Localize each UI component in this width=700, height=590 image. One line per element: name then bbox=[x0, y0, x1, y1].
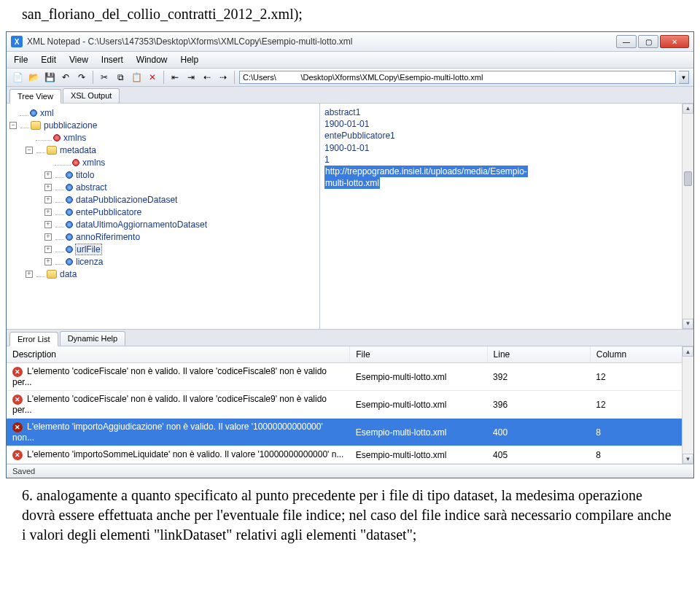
tree-node-dataagg[interactable]: + dataUltimoAggiornamentoDataset bbox=[9, 218, 316, 230]
scroll-down-icon[interactable]: ▼ bbox=[682, 454, 693, 464]
tree-node-xml[interactable]: xml bbox=[9, 106, 316, 119]
folder-icon bbox=[31, 121, 41, 130]
col-column[interactable]: Column bbox=[590, 346, 693, 363]
expand-icon[interactable]: + bbox=[44, 184, 52, 191]
menu-file[interactable]: File bbox=[14, 55, 28, 65]
expand-icon[interactable]: + bbox=[44, 233, 52, 241]
toolbar-sep bbox=[234, 71, 235, 84]
error-icon: ✕ bbox=[12, 450, 23, 460]
col-file[interactable]: File bbox=[350, 346, 487, 363]
path-input[interactable] bbox=[239, 71, 676, 84]
undo-icon[interactable]: ↶ bbox=[59, 71, 72, 84]
tree-node-annorif[interactable]: + annoRiferimento bbox=[9, 230, 316, 243]
tree-panel[interactable]: xml − pubblicazione xmlns − metadata bbox=[7, 104, 320, 329]
doc-top-text: san_floriano_del_collio_contratti_2012_2… bbox=[0, 0, 700, 31]
value-text: entePubblicatore1 bbox=[324, 130, 689, 141]
folder-icon bbox=[47, 270, 57, 279]
tab-xsl-output[interactable]: XSL Output bbox=[63, 88, 120, 103]
tree-node-abstract[interactable]: + abstract bbox=[9, 181, 316, 193]
indent-icon[interactable]: ⇢ bbox=[217, 71, 230, 84]
value-text-selected: http://treppogrande.insiel.it/uploads/me… bbox=[324, 166, 689, 177]
delete-icon[interactable]: ✕ bbox=[146, 71, 159, 84]
minimize-button[interactable]: — bbox=[616, 35, 637, 48]
toolbar: 📄 📂 💾 ↶ ↷ ✂ ⧉ 📋 ✕ ⇤ ⇥ ⇠ ⇢ ▼ bbox=[7, 69, 693, 87]
error-row-selected[interactable]: ✕L'elemento 'importoAggiudicazione' non … bbox=[7, 419, 693, 446]
tree-area: xml − pubblicazione xmlns − metadata bbox=[7, 104, 693, 330]
menu-edit[interactable]: Edit bbox=[41, 55, 56, 65]
scroll-up-icon[interactable]: ▲ bbox=[682, 104, 693, 114]
expand-icon[interactable]: + bbox=[44, 221, 52, 228]
menu-help[interactable]: Help bbox=[181, 55, 199, 65]
path-dropdown[interactable]: ▼ bbox=[679, 71, 689, 84]
error-icon: ✕ bbox=[12, 422, 23, 432]
scrollbar-vertical[interactable]: ▲ ▼ bbox=[682, 104, 693, 329]
maximize-button[interactable]: ▢ bbox=[638, 35, 658, 48]
value-panel[interactable]: abstract1 1900-01-01 entePubblicatore1 1… bbox=[320, 104, 693, 329]
error-table: Description File Line Column ✕L'elemento… bbox=[7, 346, 693, 464]
element-icon bbox=[66, 258, 73, 265]
menu-window[interactable]: Window bbox=[136, 55, 168, 65]
redo-icon[interactable]: ↷ bbox=[75, 71, 88, 84]
tab-dynamic-help[interactable]: Dynamic Help bbox=[60, 331, 125, 346]
tab-error-list[interactable]: Error List bbox=[9, 332, 58, 346]
app-icon: X bbox=[11, 36, 23, 47]
toolbar-sep bbox=[93, 71, 93, 84]
tree-node-datapub[interactable]: + dataPubblicazioneDataset bbox=[9, 193, 316, 206]
tree-node-pubblicazione[interactable]: − pubblicazione bbox=[9, 119, 316, 131]
move-left-icon[interactable]: ⇤ bbox=[168, 71, 182, 84]
folder-icon bbox=[47, 146, 57, 155]
tree-node-metadata[interactable]: − metadata bbox=[9, 144, 316, 156]
scroll-up-icon[interactable]: ▲ bbox=[682, 346, 693, 357]
value-text-selected: multi-lotto.xml bbox=[324, 177, 689, 189]
bottom-tabs: Error List Dynamic Help bbox=[7, 330, 693, 346]
scroll-thumb[interactable] bbox=[684, 171, 692, 186]
new-file-icon[interactable]: 📄 bbox=[11, 71, 24, 84]
col-line[interactable]: Line bbox=[487, 346, 590, 363]
expand-icon[interactable]: + bbox=[44, 196, 52, 203]
element-icon bbox=[66, 171, 73, 179]
element-icon bbox=[66, 196, 73, 203]
cut-icon[interactable]: ✂ bbox=[98, 71, 111, 84]
scroll-down-icon[interactable]: ▼ bbox=[682, 319, 693, 329]
save-icon[interactable]: 💾 bbox=[43, 71, 56, 84]
expand-icon[interactable]: + bbox=[44, 258, 52, 265]
expand-icon[interactable]: + bbox=[44, 246, 52, 253]
expand-icon[interactable]: + bbox=[44, 171, 52, 179]
tree-node-xmlns2[interactable]: xmlns bbox=[9, 156, 316, 168]
expand-icon[interactable]: + bbox=[26, 271, 33, 278]
outdent-icon[interactable]: ⇠ bbox=[201, 71, 214, 84]
element-icon bbox=[66, 233, 73, 241]
value-text: abstract1 bbox=[324, 106, 689, 118]
col-description[interactable]: Description bbox=[7, 346, 350, 363]
collapse-icon[interactable]: − bbox=[9, 122, 17, 129]
open-file-icon[interactable]: 📂 bbox=[27, 71, 40, 84]
value-text: 1900-01-01 bbox=[324, 118, 689, 130]
toolbar-sep bbox=[163, 71, 164, 84]
tree-node-titolo[interactable]: + titolo bbox=[9, 168, 316, 181]
menu-insert[interactable]: Insert bbox=[101, 55, 123, 65]
paste-icon[interactable]: 📋 bbox=[130, 71, 143, 84]
titlebar: X XML Notepad - C:\Users\147353\Desktop\… bbox=[7, 32, 693, 52]
doc-bottom-text: 6. analogamente a quanto specificato al … bbox=[0, 478, 700, 552]
tree-node-urlfile[interactable]: + urlFile bbox=[9, 243, 316, 255]
element-icon bbox=[66, 221, 73, 228]
tree-node-data[interactable]: + data bbox=[9, 268, 316, 280]
attribute-icon bbox=[72, 159, 79, 166]
error-row[interactable]: ✕L'elemento 'codiceFiscale' non è valido… bbox=[7, 391, 693, 419]
menu-view[interactable]: View bbox=[69, 55, 88, 65]
tree-node-licenza[interactable]: + licenza bbox=[9, 255, 316, 268]
element-icon bbox=[66, 246, 73, 253]
collapse-icon[interactable]: − bbox=[26, 147, 33, 154]
error-row[interactable]: ✕L'elemento 'importoSommeLiquidate' non … bbox=[7, 446, 693, 464]
move-right-icon[interactable]: ⇥ bbox=[184, 71, 198, 84]
error-scrollbar[interactable]: ▲ ▼ bbox=[682, 346, 693, 464]
element-icon bbox=[30, 109, 37, 117]
copy-icon[interactable]: ⧉ bbox=[114, 71, 127, 84]
error-row[interactable]: ✕L'elemento 'codiceFiscale' non è valido… bbox=[7, 363, 693, 391]
expand-icon[interactable]: + bbox=[44, 209, 52, 216]
tab-tree-view[interactable]: Tree View bbox=[9, 89, 61, 104]
tree-node-xmlns[interactable]: xmlns bbox=[9, 131, 316, 144]
close-button[interactable]: ✕ bbox=[660, 35, 689, 48]
error-list: Description File Line Column ✕L'elemento… bbox=[7, 346, 693, 464]
tree-node-entepub[interactable]: + entePubblicatore bbox=[9, 206, 316, 218]
